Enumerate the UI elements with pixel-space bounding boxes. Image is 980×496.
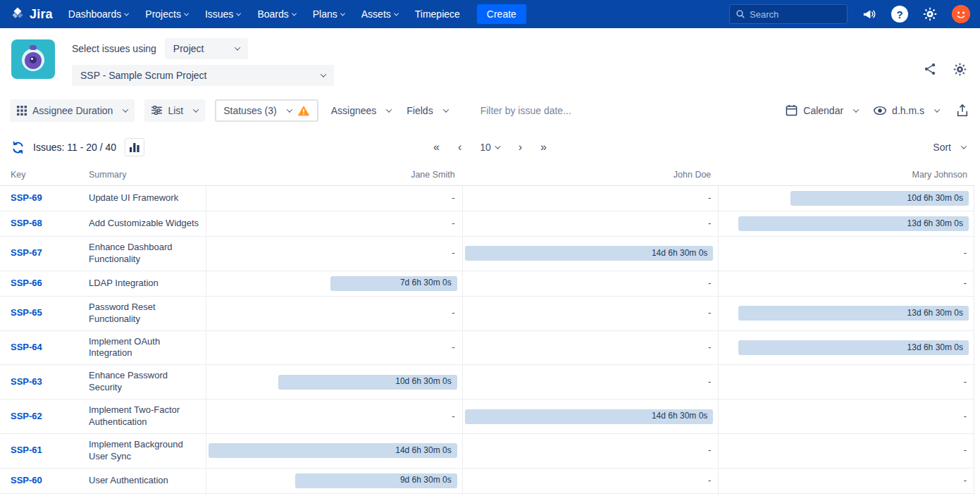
refresh-icon[interactable] [11, 141, 25, 154]
duration-format-dropdown[interactable]: d.h.m.s [871, 99, 942, 122]
bar-chart-icon [130, 143, 139, 152]
chevron-down-icon [292, 11, 297, 16]
table-row: SSP-62Implement Two-Factor Authenticatio… [0, 399, 974, 434]
chevron-down-icon [961, 143, 967, 149]
issue-key-link[interactable]: SSP-61 [11, 445, 42, 457]
chevron-down-icon [235, 44, 240, 50]
issue-key-link[interactable]: SSP-65 [11, 307, 42, 319]
duration-bar: 10d 6h 30m 0s [790, 191, 969, 206]
duration-cell: - [462, 434, 719, 469]
issue-key-link[interactable]: SSP-66 [11, 278, 42, 290]
help-icon[interactable]: ? [891, 6, 908, 23]
jira-logo[interactable]: Jira [10, 6, 53, 22]
duration-cell: - [718, 271, 974, 297]
issue-key-link[interactable]: SSP-64 [11, 342, 42, 354]
chevron-down-icon [853, 106, 859, 112]
page-size-select[interactable]: 10 [480, 142, 500, 153]
duration-cell: - [718, 469, 974, 494]
brand-name: Jira [30, 7, 53, 22]
chart-view-button[interactable] [125, 138, 144, 156]
announcement-icon[interactable] [862, 7, 877, 21]
duration-bar: 13d 6h 30m 0s [738, 340, 969, 355]
page-size-value: 10 [480, 142, 491, 153]
fields-dropdown[interactable]: Fields [404, 99, 450, 122]
key-cell: SSP-69 [0, 186, 89, 211]
assignees-label: Assignees [331, 105, 377, 116]
pagination-first-button[interactable]: « [433, 141, 440, 154]
duration-bar: 9d 6h 30m 0s [295, 473, 457, 488]
key-cell: SSP-60 [0, 469, 89, 494]
chevron-down-icon [123, 106, 128, 112]
duration-cell: 10d 6h 30m 0s [718, 186, 974, 211]
duration-cell: 7d 6h 30m 0s [206, 271, 462, 297]
pagination-last-button[interactable]: » [540, 141, 547, 154]
duration-bar: 10d 6h 30m 0s [278, 375, 457, 390]
project-select-value: SSP - Sample Scrum Project [80, 70, 206, 81]
table-row: SSP-64Implement OAuth Integration--13d 6… [0, 331, 974, 366]
issue-summary: Update UI Framework [89, 186, 206, 211]
project-select[interactable]: SSP - Sample Scrum Project [72, 65, 334, 86]
column-header-assignee-1: Jane Smith [206, 166, 462, 186]
gear-icon[interactable] [922, 6, 938, 22]
sort-dropdown[interactable]: Sort [930, 136, 969, 159]
issue-key-link[interactable]: SSP-67 [11, 247, 42, 259]
report-type-dropdown[interactable]: Assignee Duration [10, 99, 135, 122]
column-header-summary: Summary [89, 166, 206, 186]
duration-format-label: d.h.m.s [892, 105, 924, 116]
column-header-assignee-3: Mary Johnson [718, 166, 974, 186]
issue-key-link[interactable]: SSP-68 [11, 218, 42, 230]
issue-summary: Add Customizable Widgets [89, 211, 206, 237]
statuses-dropdown[interactable]: Statuses (3) [215, 99, 318, 122]
share-icon[interactable] [923, 62, 937, 77]
user-avatar[interactable] [952, 5, 970, 23]
nav-menu-plans[interactable]: Plans [313, 8, 345, 20]
nav-menu-boards[interactable]: Boards [257, 8, 295, 20]
key-cell: SSP-64 [0, 331, 89, 366]
calendar-dropdown[interactable]: Calendar [783, 99, 861, 122]
duration-cell: - [462, 271, 719, 297]
chevron-down-icon [124, 11, 129, 16]
duration-cell: 14d 6h 30m 0s [462, 399, 719, 434]
key-cell: SSP-62 [0, 399, 89, 434]
chevron-down-icon [386, 106, 392, 112]
duration-cell: - [206, 331, 462, 366]
nav-menu-issues[interactable]: Issues [205, 8, 240, 20]
issue-key-link[interactable]: SSP-69 [11, 192, 42, 204]
jira-logo-icon [10, 6, 25, 22]
pagination-prev-button[interactable]: ‹ [458, 141, 461, 154]
key-cell: SSP-65 [0, 297, 89, 331]
duration-bar: 14d 6h 30m 0s [465, 246, 714, 261]
chevron-down-icon [495, 143, 501, 149]
export-icon[interactable] [956, 104, 969, 117]
duration-cell: - [718, 365, 974, 399]
issues-count-label: Issues: 11 - 20 / 40 [33, 142, 116, 153]
duration-cell: 14d 6h 30m 0s [206, 434, 462, 469]
key-cell: SSP-61 [0, 434, 89, 469]
nav-menu-projects[interactable]: Projects [145, 8, 188, 20]
sort-label: Sort [933, 142, 951, 153]
nav-menu-timepiece[interactable]: Timepiece [415, 8, 460, 20]
search-input[interactable] [750, 9, 834, 20]
chevron-down-icon [236, 11, 241, 16]
table-row: SSP-61Implement Background User Sync14d … [0, 434, 974, 469]
settings-icon[interactable] [953, 62, 967, 77]
issue-source-select[interactable]: Project [165, 38, 248, 59]
view-dropdown[interactable]: List [144, 99, 205, 122]
duration-cell: - [462, 186, 719, 211]
pagination-next-button[interactable]: › [519, 141, 522, 154]
nav-menu-assets[interactable]: Assets [361, 8, 398, 20]
issue-key-link[interactable]: SSP-60 [11, 475, 42, 487]
create-button[interactable]: Create [477, 4, 526, 24]
duration-bar: 13d 6h 30m 0s [738, 306, 969, 321]
duration-cell: 13d 6h 30m 0s [718, 211, 974, 237]
duration-cell: - [462, 469, 719, 494]
assignees-dropdown[interactable]: Assignees [328, 99, 395, 122]
issue-date-filter-input[interactable] [480, 105, 774, 116]
issue-key-link[interactable]: SSP-63 [11, 376, 42, 388]
duration-cell: 13d 6h 30m 0s [718, 331, 974, 366]
issue-summary: Enhance Password Security [89, 365, 206, 399]
nav-menu-dashboards[interactable]: Dashboards [68, 8, 129, 20]
global-search[interactable] [729, 4, 848, 24]
table-row: SSP-66LDAP Integration7d 6h 30m 0s-- [0, 271, 974, 297]
issue-key-link[interactable]: SSP-62 [11, 411, 42, 423]
